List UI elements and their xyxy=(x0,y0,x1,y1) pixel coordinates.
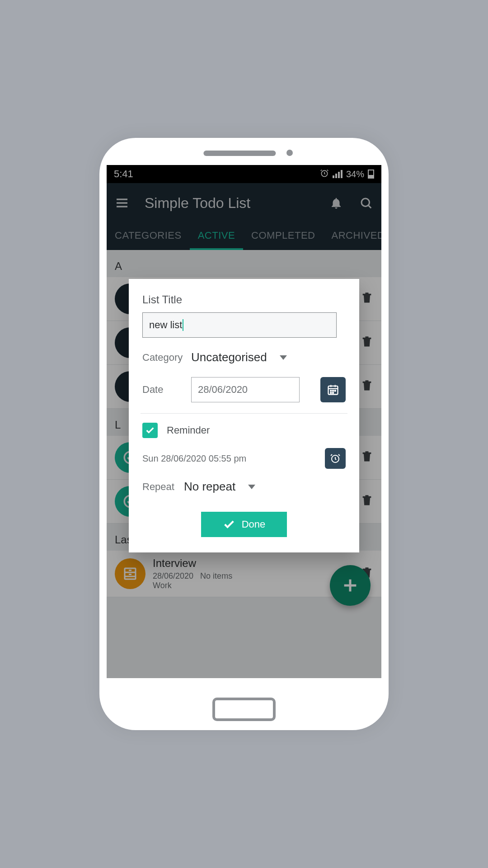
calendar-button[interactable] xyxy=(320,377,346,402)
chevron-down-icon xyxy=(248,485,255,489)
alarm-button[interactable] xyxy=(325,448,346,469)
category-value: Uncategorised xyxy=(191,350,267,364)
svg-point-23 xyxy=(333,392,333,393)
divider xyxy=(141,413,347,414)
svg-point-22 xyxy=(330,392,331,393)
repeat-select[interactable]: No repeat xyxy=(184,480,255,494)
category-select[interactable]: Uncategorised xyxy=(191,350,287,364)
phone-speaker xyxy=(203,151,276,156)
svg-point-21 xyxy=(335,390,336,391)
list-title-input[interactable]: new list xyxy=(142,312,337,338)
reminder-label: Reminder xyxy=(167,425,210,436)
category-label: Category xyxy=(142,352,184,363)
reminder-checkbox[interactable] xyxy=(142,423,158,438)
phone-frame: 5:41 34% Simple Todo List xyxy=(99,138,389,730)
done-button[interactable]: Done xyxy=(201,512,287,537)
repeat-label: Repeat xyxy=(142,481,177,493)
svg-point-19 xyxy=(330,390,331,391)
screen: 5:41 34% Simple Todo List xyxy=(107,165,381,678)
reminder-datetime: Sun 28/06/2020 05:55 pm xyxy=(142,453,246,464)
new-list-dialog: List Title new list Category Uncategoris… xyxy=(129,279,359,552)
text-cursor xyxy=(183,319,183,331)
svg-point-20 xyxy=(333,390,333,391)
date-input[interactable] xyxy=(191,377,300,402)
done-label: Done xyxy=(242,519,266,530)
home-button[interactable] xyxy=(212,698,276,721)
phone-camera xyxy=(286,150,293,156)
date-label: Date xyxy=(142,384,184,396)
title-label: List Title xyxy=(142,293,346,306)
list-title-value: new list xyxy=(149,319,182,331)
repeat-value: No repeat xyxy=(184,480,235,494)
chevron-down-icon xyxy=(280,355,287,360)
